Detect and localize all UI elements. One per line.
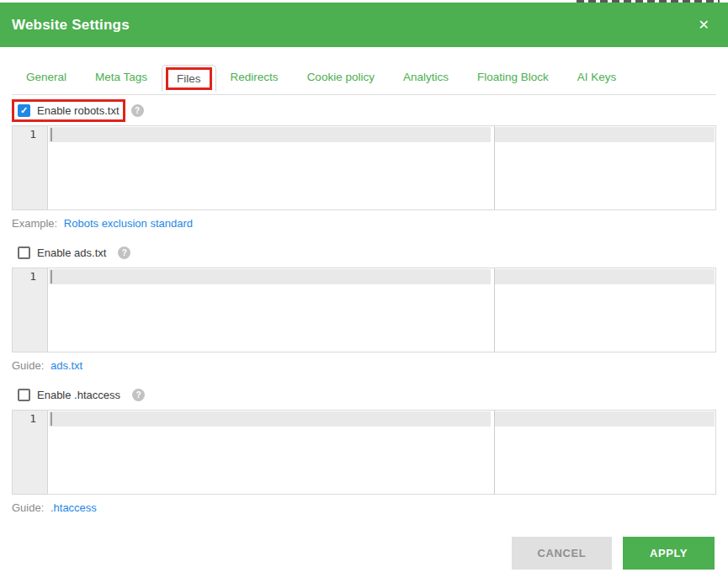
line-number-gutter: 1	[13, 126, 48, 209]
enable-htaccess-label[interactable]: Enable .htaccess	[37, 389, 120, 401]
line-number: 1	[13, 128, 47, 140]
htaccess-code-editor[interactable]: 1	[12, 410, 716, 495]
modal-footer: CANCEL APPLY	[12, 537, 716, 583]
modal-title: Website Settings	[12, 17, 130, 34]
website-settings-modal: Website Settings ✕ General Meta Tags Fil…	[0, 3, 728, 583]
tab-general[interactable]: General	[12, 61, 81, 94]
tab-meta-tags[interactable]: Meta Tags	[81, 61, 162, 94]
active-line-highlight	[495, 411, 715, 427]
ads-txt-guide-link[interactable]: ads.txt	[50, 359, 82, 372]
enable-htaccess-checkbox[interactable]: ✓	[18, 389, 30, 401]
active-line-highlight	[49, 269, 491, 284]
enable-robots-label[interactable]: Enable robots.txt	[37, 104, 120, 117]
enable-ads-label[interactable]: Enable ads.txt	[37, 246, 106, 259]
text-cursor	[50, 128, 52, 141]
text-cursor	[50, 412, 52, 426]
tab-cookie-policy[interactable]: Cookie policy	[293, 61, 389, 94]
active-line-highlight	[49, 127, 491, 142]
robots-section: ✓ Enable robots.txt ? 1 Example: Robots …	[12, 99, 716, 230]
help-icon[interactable]: ?	[132, 389, 145, 401]
ads-code-editor[interactable]: 1	[12, 268, 716, 352]
editor-divider	[494, 411, 495, 494]
robots-checkbox-row: ✓ Enable robots.txt ?	[12, 99, 716, 122]
tab-floating-block[interactable]: Floating Block	[463, 61, 563, 94]
annotation-highlight-files-tab: Files	[166, 67, 212, 90]
line-number-gutter: 1	[13, 411, 48, 494]
enable-ads-checkbox[interactable]: ✓	[18, 246, 30, 259]
active-line-highlight	[49, 411, 491, 427]
ads-checkbox-row: ✓ Enable ads.txt ?	[12, 241, 716, 264]
help-icon[interactable]: ?	[131, 104, 144, 117]
close-icon[interactable]: ✕	[695, 15, 713, 35]
checkmark-icon: ✓	[20, 106, 28, 115]
text-cursor	[50, 270, 52, 284]
tab-ai-keys[interactable]: AI Keys	[563, 61, 631, 94]
tab-bar: General Meta Tags Files Redirects Cookie…	[12, 61, 716, 95]
editor-divider	[494, 268, 495, 352]
active-line-highlight	[495, 269, 715, 284]
caption-prefix: Guide:	[12, 501, 44, 514]
cancel-button[interactable]: CANCEL	[512, 537, 612, 570]
caption-prefix: Example:	[12, 217, 57, 230]
ads-checkbox-wrap: ✓ Enable ads.txt	[12, 241, 112, 264]
help-icon[interactable]: ?	[118, 246, 130, 259]
editor-divider	[494, 126, 495, 209]
tab-files[interactable]: Files	[162, 65, 216, 92]
enable-robots-checkbox[interactable]: ✓	[18, 104, 30, 117]
robots-caption: Example: Robots exclusion standard	[12, 217, 716, 230]
modal-body: General Meta Tags Files Redirects Cookie…	[0, 47, 728, 583]
ads-caption: Guide: ads.txt	[12, 359, 716, 372]
background-page-edge	[0, 0, 728, 3]
line-number: 1	[13, 270, 47, 283]
robots-exclusion-standard-link[interactable]: Robots exclusion standard	[64, 217, 193, 230]
ads-section: ✓ Enable ads.txt ? 1 Guide: ads.txt	[12, 241, 716, 372]
clipped-background-text	[577, 0, 720, 3]
active-line-highlight	[495, 127, 715, 142]
tab-redirects[interactable]: Redirects	[216, 61, 293, 94]
modal-header: Website Settings ✕	[0, 3, 728, 47]
annotation-highlight-robots-checkbox: ✓ Enable robots.txt	[12, 99, 125, 122]
htaccess-caption: Guide: .htaccess	[12, 501, 716, 514]
htaccess-section: ✓ Enable .htaccess ? 1 Guide: .htaccess	[12, 384, 716, 514]
apply-button[interactable]: APPLY	[623, 537, 715, 570]
line-number-gutter: 1	[13, 268, 48, 352]
htaccess-checkbox-wrap: ✓ Enable .htaccess	[12, 384, 126, 406]
htaccess-checkbox-row: ✓ Enable .htaccess ?	[12, 384, 716, 406]
caption-prefix: Guide:	[12, 359, 44, 372]
line-number: 1	[13, 412, 47, 425]
htaccess-guide-link[interactable]: .htaccess	[50, 501, 97, 514]
tab-analytics[interactable]: Analytics	[389, 61, 463, 94]
robots-code-editor[interactable]: 1	[12, 125, 716, 210]
